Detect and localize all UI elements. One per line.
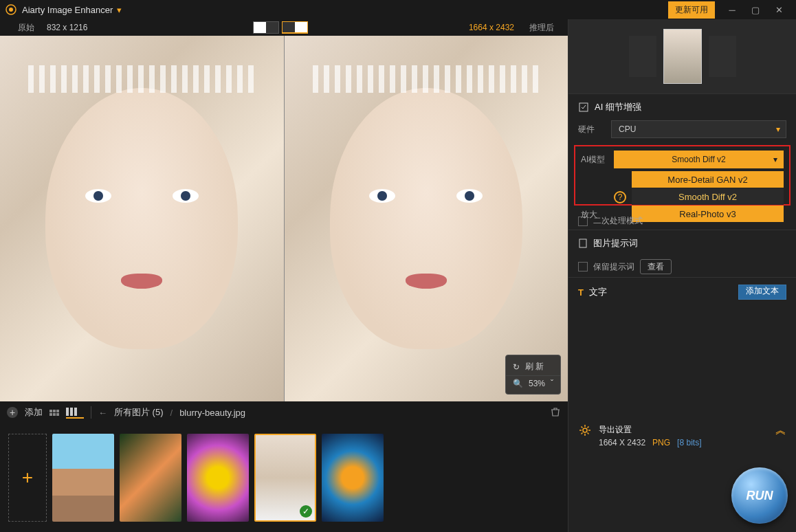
view-mode-single[interactable] [253,21,279,34]
preview-current[interactable] [663,29,702,84]
export-title: 导出设置 [599,423,701,436]
close-button[interactable]: ✕ [767,0,791,19]
text-icon: T [578,287,584,298]
zoom-value: 53% [529,379,545,388]
thumb-5[interactable] [322,434,384,522]
ai-detail-section: AI 细节增强 硬件 CPU ▾ AI模型 Smooth Diff v2 ▾ [568,93,796,212]
right-panel: AI 细节增强 硬件 CPU ▾ AI模型 Smooth Diff v2 ▾ [568,19,796,532]
model-select[interactable]: Smooth Diff v2 ▾ [614,151,784,168]
breadcrumb-all[interactable]: 所有图片 (5) [114,406,164,419]
refresh-icon: ↻ [513,362,520,372]
thumb-2[interactable] [120,434,181,522]
app-logo-icon [5,4,16,15]
secondary-mode-row[interactable]: 二次处理模式 [568,212,796,230]
help-icon[interactable]: ? [614,191,626,203]
delete-button[interactable] [550,406,561,419]
model-option-0[interactable]: More-Detail GAN v2 [632,171,784,188]
app-title: Aiarty Image Enhancer [22,5,113,15]
svg-point-4 [583,428,587,432]
grid-view-icon[interactable] [49,410,59,416]
prompt-section: 图片提示词 [568,230,796,256]
export-format: PNG [652,438,670,447]
check-icon: ✓ [300,505,312,518]
original-label: 原始 [5,22,47,34]
maximize-button[interactable]: ▢ [744,0,767,19]
export-bits: [8 bits] [677,438,701,447]
hardware-label: 硬件 [578,124,606,135]
model-label: AI模型 [581,154,608,166]
view-controls: ↻ 刷 新 🔍 53% ˇ [505,355,561,395]
thumb-4-selected[interactable]: ✓ [254,434,316,522]
before-image [0,36,285,401]
expand-icon[interactable]: ︽ [775,423,786,438]
thumb-3[interactable] [187,434,249,522]
document-icon [578,239,588,248]
thumb-1[interactable] [52,434,114,522]
add-text-button[interactable]: 添加文本 [738,285,786,300]
model-option-1[interactable]: Smooth Diff v2 [632,188,784,205]
hardware-select[interactable]: CPU ▾ [611,120,786,138]
compare-view[interactable]: ↻ 刷 新 🔍 53% ˇ [0,36,568,401]
keep-prompt-checkbox[interactable] [578,262,588,271]
export-section[interactable]: 导出设置 1664 X 2432 PNG [8 bits] ︽ [568,417,796,456]
prompt-title: 图片提示词 [593,237,638,250]
gear-icon [578,423,592,437]
preview-next[interactable] [709,36,736,77]
list-view-icon[interactable] [66,408,84,419]
text-section: T 文字 添加文本 [568,277,796,307]
export-dim: 1664 X 2432 [599,438,645,447]
chevron-down-icon: ▾ [776,124,780,134]
svg-point-1 [9,8,13,12]
add-label[interactable]: 添加 [25,406,43,419]
trash-icon [550,406,561,417]
add-icon[interactable]: + [7,407,18,418]
ai-detail-title: AI 细节增强 [595,101,641,113]
preview-prev[interactable] [629,36,656,77]
after-image [285,36,568,401]
filmstrip: + ✓ [0,423,568,532]
view-prompt-button[interactable]: 查看 [640,259,672,274]
filmstrip-toolbar: + 添加 ← 所有图片 (5) / blurry-beauty.jpg [0,401,568,423]
update-available-button[interactable]: 更新可用 [668,1,715,19]
run-button[interactable]: RUN [731,467,788,524]
keep-prompt-row: 保留提示词 查看 [568,256,796,277]
breadcrumb-file: blurry-beauty.jpg [179,408,245,418]
secondary-mode-checkbox[interactable] [578,217,588,226]
output-dimensions: 1664 x 2432 [308,23,521,32]
title-chevron-icon[interactable]: ▾ [117,5,122,15]
after-label: 推理后 [521,22,562,34]
minimize-button[interactable]: ─ [720,0,744,19]
add-image-tile[interactable]: + [8,434,47,522]
refresh-button[interactable]: ↻ 刷 新 [506,358,560,375]
dimension-bar: 原始 832 x 1216 1664 x 2432 推理后 [0,19,568,36]
svg-rect-3 [579,239,586,247]
text-title: 文字 [589,286,607,298]
preview-strip [568,19,796,93]
enhance-icon [578,102,589,113]
zoom-control[interactable]: 🔍 53% ˇ [506,375,560,391]
back-arrow-icon[interactable]: ← [98,408,107,418]
titlebar: Aiarty Image Enhancer ▾ 更新可用 ─ ▢ ✕ [0,0,796,19]
left-panel: 原始 832 x 1216 1664 x 2432 推理后 ↻ 刷 新 [0,19,568,532]
chevron-down-icon: ˇ [551,379,553,388]
breadcrumb-sep: / [170,408,173,418]
model-highlight-box: AI模型 Smooth Diff v2 ▾ ? More-Detail GAN … [574,145,791,206]
magnifier-icon: 🔍 [513,379,523,388]
chevron-down-icon: ▾ [773,155,777,164]
view-mode-split[interactable] [282,21,308,34]
original-dimensions: 832 x 1216 [47,23,253,32]
